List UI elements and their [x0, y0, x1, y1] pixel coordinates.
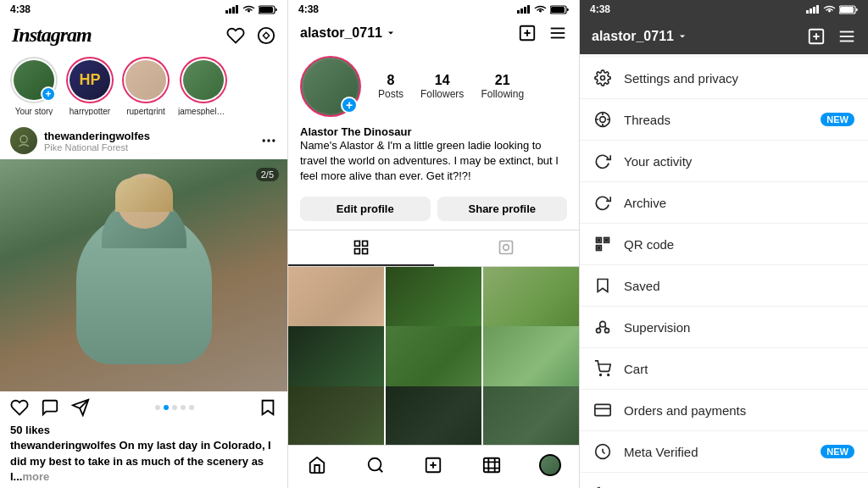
menu-label-meta: Meta Verified: [624, 445, 809, 459]
menu-item-meta[interactable]: Meta Verified NEW: [580, 431, 868, 473]
post-actions-left: [10, 398, 90, 417]
ig-logo: Instagram: [12, 24, 92, 47]
share-profile-button[interactable]: Share profile: [437, 197, 568, 221]
stat-following[interactable]: 21 Following: [481, 73, 524, 100]
svg-rect-30: [500, 241, 513, 253]
bottom-nav: [288, 445, 579, 488]
search-icon: [366, 456, 385, 474]
like-icon[interactable]: [10, 398, 29, 417]
battery-icon: [259, 5, 277, 14]
svg-rect-16: [524, 7, 526, 14]
chevron-down-icon[interactable]: [386, 28, 396, 38]
chevron-down-icon-menu[interactable]: [677, 31, 687, 42]
post-username: thewanderingwolfes: [44, 130, 150, 142]
nav-add[interactable]: [416, 454, 450, 476]
tag-icon: [498, 239, 515, 256]
profile-username-header: alastor_0711: [300, 25, 396, 41]
menu-label-orders: Orders and payments: [624, 403, 854, 418]
menu-header-icons: [807, 27, 856, 46]
story-img-rg: [125, 60, 166, 100]
story-avatar-jp[interactable]: [180, 57, 227, 103]
post-avatar: [10, 127, 37, 154]
save-icon[interactable]: [259, 398, 277, 417]
wifi-icon: [242, 5, 255, 14]
nav-home[interactable]: [300, 454, 334, 476]
menu-items-list: Settings and privacy Threads NEW Your ac…: [580, 54, 868, 488]
menu-label-archive: Archive: [624, 196, 854, 210]
menu-item-archive[interactable]: Archive: [580, 182, 868, 224]
story-label-your: Your story: [15, 107, 53, 116]
story-hp[interactable]: HP harrypotter: [66, 57, 114, 115]
story-rg[interactable]: rupertgrint: [122, 57, 170, 115]
profile-buttons: Edit profile Share profile: [288, 191, 579, 230]
tab-tagged[interactable]: [434, 230, 580, 266]
menu-item-friends[interactable]: Close Friends: [580, 473, 868, 488]
story-avatar-hp[interactable]: HP: [66, 57, 114, 103]
hamburger-icon[interactable]: [548, 24, 567, 42]
svg-rect-56: [598, 247, 600, 249]
comment-icon[interactable]: [41, 398, 59, 417]
post-user[interactable]: thewanderingwolfes Pike National Forest: [10, 127, 150, 154]
grid-cell-9[interactable]: [483, 386, 579, 445]
grid-cell-8[interactable]: [386, 386, 481, 445]
story-img-hp: HP: [70, 60, 110, 100]
stat-posts[interactable]: 8 Posts: [378, 73, 403, 100]
nav-reels[interactable]: [475, 454, 509, 476]
post-location: Pike National Forest: [44, 142, 150, 152]
gear-icon: [593, 69, 612, 87]
ig-header: Instagram: [0, 19, 287, 52]
menu-item-activity[interactable]: Your activity: [580, 141, 868, 182]
menu-label-settings: Settings and privacy: [624, 71, 854, 86]
svg-marker-13: [263, 401, 274, 415]
messenger-icon[interactable]: [257, 26, 275, 45]
status-icons-1: [225, 5, 277, 14]
svg-point-8: [263, 140, 265, 142]
stat-followers[interactable]: 14 Followers: [420, 73, 464, 100]
story-label-jp: jamesphelps_p: [178, 107, 229, 116]
menu-header: alastor_0711: [580, 19, 868, 54]
threads-new-badge: NEW: [821, 113, 854, 126]
svg-rect-15: [520, 8, 523, 14]
profile-info: + 8 Posts 14 Followers 21 Following: [288, 47, 579, 125]
heart-icon[interactable]: [226, 26, 245, 45]
profile-pic[interactable]: +: [300, 56, 361, 117]
tab-grid[interactable]: [288, 230, 434, 266]
share-icon[interactable]: [71, 398, 90, 417]
story-your[interactable]: + Your story: [10, 57, 58, 115]
wifi-icon-2: [534, 5, 547, 14]
svg-point-31: [504, 244, 509, 250]
menu-item-settings[interactable]: Settings and privacy: [580, 58, 868, 99]
card-icon: [593, 401, 612, 419]
more-options-icon[interactable]: [260, 132, 277, 149]
feed-panel: 4:38 Instagram + Your story HP: [0, 0, 288, 488]
stat-posts-num: 8: [378, 73, 403, 88]
supervision-icon: [593, 318, 612, 336]
hamburger-icon-menu[interactable]: [837, 27, 856, 46]
menu-item-orders[interactable]: Orders and payments: [580, 390, 868, 431]
story-jp[interactable]: jamesphelps_p: [178, 57, 229, 115]
status-time-1: 4:38: [10, 3, 31, 15]
bio-text: Name's Alastor & I'm a little green ladi…: [300, 138, 567, 185]
story-avatar-rg[interactable]: [122, 57, 170, 103]
status-time-2: 4:38: [298, 3, 319, 15]
grid-cell-7[interactable]: [288, 386, 384, 445]
menu-item-qr[interactable]: QR code: [580, 224, 868, 265]
menu-item-threads[interactable]: Threads NEW: [580, 99, 868, 141]
reels-icon: [482, 456, 501, 474]
story-avatar-your[interactable]: +: [10, 57, 58, 103]
svg-rect-55: [605, 239, 608, 241]
battery-icon-2: [550, 5, 569, 14]
nav-search[interactable]: [359, 454, 392, 476]
svg-point-7: [20, 136, 27, 143]
nav-profile[interactable]: [533, 454, 567, 476]
menu-item-cart[interactable]: Cart: [580, 348, 868, 390]
post-header: thewanderingwolfes Pike National Forest: [0, 122, 287, 159]
svg-rect-27: [362, 241, 367, 246]
menu-item-saved[interactable]: Saved: [580, 265, 868, 307]
more-link[interactable]: more: [22, 470, 49, 483]
menu-status-time: 4:38: [590, 3, 610, 15]
add-icon-menu[interactable]: [807, 27, 826, 46]
add-post-icon[interactable]: [518, 24, 537, 42]
menu-item-supervision[interactable]: Supervision: [580, 307, 868, 348]
edit-profile-button[interactable]: Edit profile: [300, 197, 431, 221]
